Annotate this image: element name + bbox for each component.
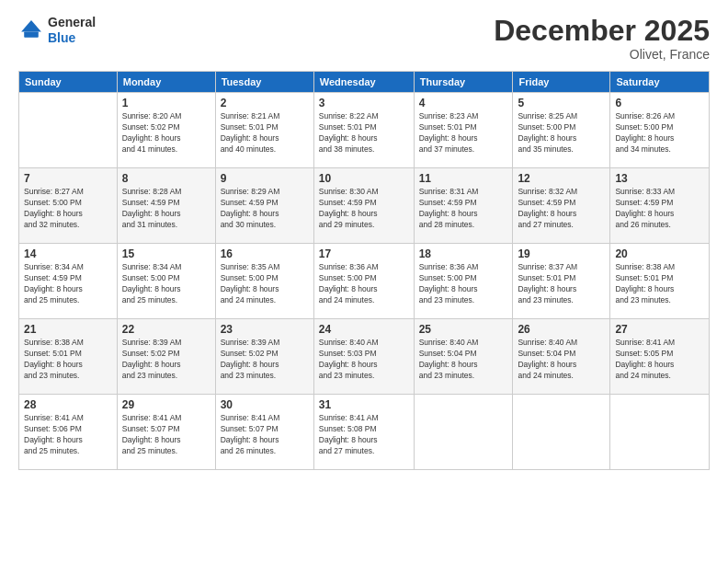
day-info: Sunrise: 8:21 AM Sunset: 5:01 PM Dayligh… <box>221 111 309 155</box>
day-number: 26 <box>518 323 605 336</box>
day-info: Sunrise: 8:31 AM Sunset: 4:59 PM Dayligh… <box>419 187 508 231</box>
day-info: Sunrise: 8:23 AM Sunset: 5:01 PM Dayligh… <box>419 111 508 155</box>
calendar-cell: 20Sunrise: 8:38 AM Sunset: 5:01 PM Dayli… <box>610 244 710 319</box>
col-wednesday: Wednesday <box>313 72 414 93</box>
day-number: 3 <box>319 97 409 109</box>
day-info: Sunrise: 8:41 AM Sunset: 5:06 PM Dayligh… <box>24 413 112 457</box>
day-number: 16 <box>221 247 309 260</box>
day-info: Sunrise: 8:41 AM Sunset: 5:05 PM Dayligh… <box>615 338 704 382</box>
day-number: 8 <box>122 172 210 185</box>
day-number: 28 <box>24 398 112 411</box>
day-number: 19 <box>518 247 605 260</box>
title-block: December 2025 Olivet, France <box>494 15 710 62</box>
logo-text: General Blue <box>48 15 96 46</box>
calendar-cell: 7Sunrise: 8:27 AM Sunset: 5:00 PM Daylig… <box>19 168 118 244</box>
day-info: Sunrise: 8:38 AM Sunset: 5:01 PM Dayligh… <box>24 338 112 382</box>
day-info: Sunrise: 8:41 AM Sunset: 5:08 PM Dayligh… <box>319 413 409 457</box>
calendar-page: General Blue December 2025 Olivet, Franc… <box>0 0 728 563</box>
calendar-cell: 13Sunrise: 8:33 AM Sunset: 4:59 PM Dayli… <box>610 168 710 244</box>
day-number: 18 <box>419 247 508 260</box>
day-info: Sunrise: 8:20 AM Sunset: 5:02 PM Dayligh… <box>122 111 210 155</box>
col-sunday: Sunday <box>19 72 118 93</box>
calendar-cell: 11Sunrise: 8:31 AM Sunset: 4:59 PM Dayli… <box>414 168 513 244</box>
calendar-cell: 21Sunrise: 8:38 AM Sunset: 5:01 PM Dayli… <box>19 319 118 395</box>
day-number: 6 <box>615 97 704 109</box>
calendar-cell: 18Sunrise: 8:36 AM Sunset: 5:00 PM Dayli… <box>414 244 513 319</box>
calendar-cell: 10Sunrise: 8:30 AM Sunset: 4:59 PM Dayli… <box>313 168 414 244</box>
day-info: Sunrise: 8:27 AM Sunset: 5:00 PM Dayligh… <box>24 187 112 231</box>
day-number: 14 <box>24 247 112 260</box>
calendar-week-5: 28Sunrise: 8:41 AM Sunset: 5:06 PM Dayli… <box>19 395 710 470</box>
day-number: 13 <box>615 172 704 185</box>
calendar-cell: 6Sunrise: 8:26 AM Sunset: 5:00 PM Daylig… <box>610 93 710 168</box>
day-info: Sunrise: 8:39 AM Sunset: 5:02 PM Dayligh… <box>221 338 309 382</box>
day-number: 23 <box>221 323 309 336</box>
day-number: 21 <box>24 323 112 336</box>
day-info: Sunrise: 8:36 AM Sunset: 5:00 PM Dayligh… <box>419 262 508 306</box>
calendar-table: Sunday Monday Tuesday Wednesday Thursday… <box>18 71 710 470</box>
calendar-cell: 2Sunrise: 8:21 AM Sunset: 5:01 PM Daylig… <box>215 93 313 168</box>
calendar-cell: 9Sunrise: 8:29 AM Sunset: 4:59 PM Daylig… <box>215 168 313 244</box>
day-info: Sunrise: 8:30 AM Sunset: 4:59 PM Dayligh… <box>319 187 409 231</box>
calendar-cell: 19Sunrise: 8:37 AM Sunset: 5:01 PM Dayli… <box>513 244 610 319</box>
calendar-week-4: 21Sunrise: 8:38 AM Sunset: 5:01 PM Dayli… <box>19 319 710 395</box>
day-info: Sunrise: 8:36 AM Sunset: 5:00 PM Dayligh… <box>319 262 409 306</box>
day-info: Sunrise: 8:40 AM Sunset: 5:04 PM Dayligh… <box>419 338 508 382</box>
day-number: 11 <box>419 172 508 185</box>
day-number: 24 <box>319 323 409 336</box>
calendar-cell <box>19 93 118 168</box>
col-friday: Friday <box>513 72 610 93</box>
day-number: 17 <box>319 247 409 260</box>
day-number: 9 <box>221 172 309 185</box>
calendar-cell <box>610 395 710 470</box>
calendar-cell <box>513 395 610 470</box>
calendar-cell <box>414 395 513 470</box>
col-saturday: Saturday <box>610 72 710 93</box>
day-info: Sunrise: 8:39 AM Sunset: 5:02 PM Dayligh… <box>122 338 210 382</box>
calendar-cell: 24Sunrise: 8:40 AM Sunset: 5:03 PM Dayli… <box>313 319 414 395</box>
day-number: 22 <box>122 323 210 336</box>
day-info: Sunrise: 8:41 AM Sunset: 5:07 PM Dayligh… <box>122 413 210 457</box>
calendar-cell: 14Sunrise: 8:34 AM Sunset: 4:59 PM Dayli… <box>19 244 118 319</box>
header: General Blue December 2025 Olivet, Franc… <box>18 15 710 62</box>
day-number: 1 <box>122 97 210 109</box>
day-number: 2 <box>221 97 309 109</box>
day-info: Sunrise: 8:34 AM Sunset: 5:00 PM Dayligh… <box>122 262 210 306</box>
day-number: 20 <box>615 247 704 260</box>
day-number: 25 <box>419 323 508 336</box>
day-info: Sunrise: 8:35 AM Sunset: 5:00 PM Dayligh… <box>221 262 309 306</box>
col-tuesday: Tuesday <box>215 72 313 93</box>
day-number: 5 <box>518 97 605 109</box>
calendar-cell: 1Sunrise: 8:20 AM Sunset: 5:02 PM Daylig… <box>117 93 215 168</box>
day-info: Sunrise: 8:33 AM Sunset: 4:59 PM Dayligh… <box>615 187 704 231</box>
day-info: Sunrise: 8:28 AM Sunset: 4:59 PM Dayligh… <box>122 187 210 231</box>
day-info: Sunrise: 8:25 AM Sunset: 5:00 PM Dayligh… <box>518 111 605 155</box>
day-number: 10 <box>319 172 409 185</box>
location: Olivet, France <box>494 47 710 62</box>
day-number: 31 <box>319 398 409 411</box>
calendar-cell: 25Sunrise: 8:40 AM Sunset: 5:04 PM Dayli… <box>414 319 513 395</box>
day-number: 4 <box>419 97 508 109</box>
svg-rect-1 <box>24 31 39 37</box>
calendar-cell: 27Sunrise: 8:41 AM Sunset: 5:05 PM Dayli… <box>610 319 710 395</box>
calendar-week-1: 1Sunrise: 8:20 AM Sunset: 5:02 PM Daylig… <box>19 93 710 168</box>
col-thursday: Thursday <box>414 72 513 93</box>
calendar-cell: 4Sunrise: 8:23 AM Sunset: 5:01 PM Daylig… <box>414 93 513 168</box>
day-info: Sunrise: 8:40 AM Sunset: 5:03 PM Dayligh… <box>319 338 409 382</box>
calendar-cell: 29Sunrise: 8:41 AM Sunset: 5:07 PM Dayli… <box>117 395 215 470</box>
calendar-cell: 15Sunrise: 8:34 AM Sunset: 5:00 PM Dayli… <box>117 244 215 319</box>
logo-icon <box>18 17 44 43</box>
calendar-cell: 12Sunrise: 8:32 AM Sunset: 4:59 PM Dayli… <box>513 168 610 244</box>
day-info: Sunrise: 8:40 AM Sunset: 5:04 PM Dayligh… <box>518 338 605 382</box>
calendar-cell: 30Sunrise: 8:41 AM Sunset: 5:07 PM Dayli… <box>215 395 313 470</box>
day-info: Sunrise: 8:37 AM Sunset: 5:01 PM Dayligh… <box>518 262 605 306</box>
logo: General Blue <box>18 15 96 46</box>
day-number: 30 <box>221 398 309 411</box>
day-number: 29 <box>122 398 210 411</box>
day-info: Sunrise: 8:38 AM Sunset: 5:01 PM Dayligh… <box>615 262 704 306</box>
calendar-cell: 8Sunrise: 8:28 AM Sunset: 4:59 PM Daylig… <box>117 168 215 244</box>
day-number: 12 <box>518 172 605 185</box>
day-info: Sunrise: 8:22 AM Sunset: 5:01 PM Dayligh… <box>319 111 409 155</box>
calendar-cell: 16Sunrise: 8:35 AM Sunset: 5:00 PM Dayli… <box>215 244 313 319</box>
svg-marker-0 <box>21 20 41 31</box>
